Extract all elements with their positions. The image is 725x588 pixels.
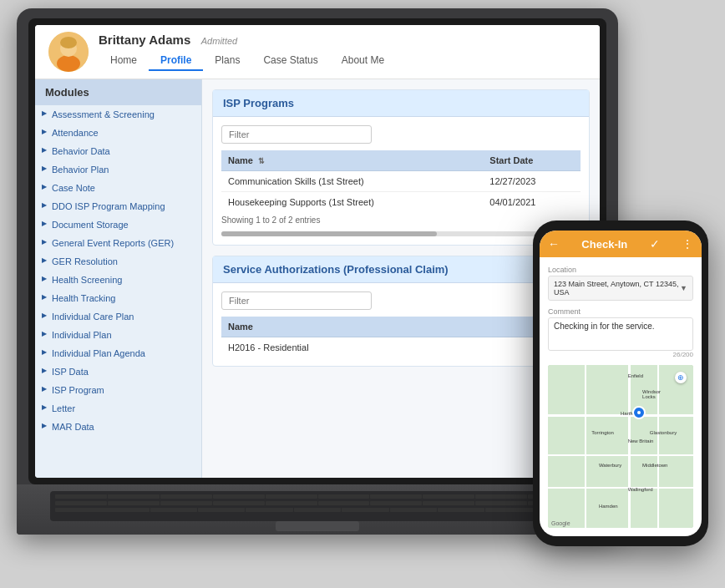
sidebar-item-ipa[interactable]: Individual Plan Agenda [35,344,201,362]
map-zoom-button[interactable]: ⊕ [675,372,687,383]
isp-showing-text: Showing 1 to 2 of 2 entries [221,212,581,228]
sidebar-item-individual-plan[interactable]: Individual Plan [35,326,201,344]
sidebar-item-behavior-data[interactable]: Behavior Data [35,142,201,160]
sidebar-item-isp-program[interactable]: ISP Program [35,381,201,399]
kb-row-2 [55,501,580,505]
kb-key [160,501,212,505]
sidebar-item-icp[interactable]: Individual Care Plan [35,307,201,326]
tab-plans[interactable]: Plans [203,51,251,71]
phone-title: Check-In [581,238,627,251]
patient-status: Admitted [201,36,237,46]
scroll-track [221,231,581,236]
sidebar-item-assessment[interactable]: Assessment & Screening [35,105,201,124]
sidebar-item-ddo[interactable]: DDO ISP Program Mapping [35,197,201,215]
sidebar-item-isp-data[interactable]: ISP Data [35,362,201,381]
phone-map[interactable]: Enfield WindsorLocks Hartford Torrington… [548,365,693,528]
kb-row-3 [55,508,580,512]
isp-row1-date: 12/27/2023 [483,171,581,192]
map-city-label: Enfield [628,373,643,378]
phone-screen: ← Check-In ✓ ⋮ Location 123 Main Street,… [540,231,702,536]
kb-key [318,494,370,499]
map-city-label: Glastonbury [650,430,677,435]
comment-text[interactable]: Checking in for the service. [548,317,693,351]
kb-key [266,501,317,505]
sa-col-name: Name [221,317,581,337]
isp-programs-table: Name ⇅ Start Date Communication Skills (… [221,150,581,212]
patient-name: Brittany Adams [99,33,190,47]
kb-key [370,494,422,499]
sa-row1-name: H2016 - Residential [221,337,581,358]
sidebar-item-health-tracking[interactable]: Health Tracking [35,289,201,307]
patient-info: Brittany Adams Admitted Home Profile Pla… [99,33,586,71]
main-layout: Modules Assessment & Screening Attendanc… [35,79,600,478]
map-road [628,365,631,528]
isp-row2-name: Housekeeping Supports (1st Street) [221,192,483,213]
laptop-touchpad[interactable] [276,521,359,531]
char-count: 26/200 [548,351,693,358]
map-background: Enfield WindsorLocks Hartford Torrington… [548,365,693,528]
service-filter-input[interactable] [221,291,372,310]
location-value[interactable]: 123 Main Street, Anytown, CT 12345, USA … [548,276,693,301]
kb-row-1 [55,494,580,499]
sidebar-item-case-note[interactable]: Case Note [35,179,201,197]
location-field-group: Location 123 Main Street, Anytown, CT 12… [548,266,693,301]
map-location-pin [632,406,646,419]
map-city-label: WindsorLocks [642,389,661,399]
kb-key [294,508,341,512]
map-city-label: Waterbury [599,463,621,468]
kb-key [55,508,150,512]
isp-col-name[interactable]: Name ⇅ [221,150,483,171]
phone-back-button[interactable]: ← [548,237,560,251]
tab-about-me[interactable]: About Me [330,51,396,71]
scroll-thumb[interactable] [221,231,437,236]
google-label: Google [551,520,570,526]
sidebar-item-mar[interactable]: MAR Data [35,418,201,436]
sidebar: Modules Assessment & Screening Attendanc… [35,79,202,478]
map-city-label: Wallingford [628,487,653,492]
nav-tabs: Home Profile Plans Case Status About Me [99,51,586,71]
tab-home[interactable]: Home [99,51,149,71]
isp-filter-input[interactable] [221,125,372,144]
tab-profile[interactable]: Profile [149,51,203,71]
map-city-label: Middletown [642,463,667,468]
sidebar-item-document[interactable]: Document Storage [35,215,201,234]
keyboard-rows [50,491,585,516]
phone-device: ← Check-In ✓ ⋮ Location 123 Main Street,… [533,220,708,546]
svg-point-1 [57,55,80,72]
phone-header: ← Check-In ✓ ⋮ [540,231,702,257]
comment-label: Comment [548,307,693,316]
kb-key [55,494,107,499]
dropdown-arrow-icon: ▼ [680,284,687,292]
isp-col-startdate: Start Date [483,150,581,171]
kb-key [108,501,160,505]
isp-programs-header: ISP Programs [213,90,589,117]
phone-menu-icon[interactable]: ⋮ [682,237,693,251]
sidebar-title: Modules [35,79,201,105]
screen-bezel: Brittany Adams Admitted Home Profile Pla… [28,18,606,484]
sidebar-item-letter[interactable]: Letter [35,399,201,418]
isp-programs-body: Name ⇅ Start Date Communication Skills (… [213,117,589,245]
patient-name-row: Brittany Adams Admitted [99,33,586,48]
sidebar-item-ger[interactable]: General Event Reports (GER) [35,234,201,252]
sidebar-item-health-screening[interactable]: Health Screening [35,271,201,289]
kb-key [150,508,197,512]
kb-key [423,501,474,505]
table-row: H2016 - Residential [221,337,581,358]
kb-key [370,501,422,505]
sidebar-item-ger-resolution[interactable]: GER Resolution [35,252,201,271]
kb-key [246,508,292,512]
sidebar-item-attendance[interactable]: Attendance [35,124,201,142]
sort-icon: ⇅ [258,157,265,165]
table-row: Housekeeping Supports (1st Street) 04/01… [221,192,581,213]
tab-case-status[interactable]: Case Status [251,51,329,71]
kb-key [390,508,437,512]
map-road [548,454,693,456]
isp-row2-date: 04/01/2021 [483,192,581,213]
phone-check-icon[interactable]: ✓ [650,237,660,251]
kb-key [213,501,265,505]
isp-programs-card: ISP Programs Name ⇅ [212,89,590,246]
kb-key [438,508,484,512]
sidebar-item-behavior-plan[interactable]: Behavior Plan [35,160,201,179]
map-city-label: Torrington [591,430,614,435]
kb-key [160,494,212,499]
